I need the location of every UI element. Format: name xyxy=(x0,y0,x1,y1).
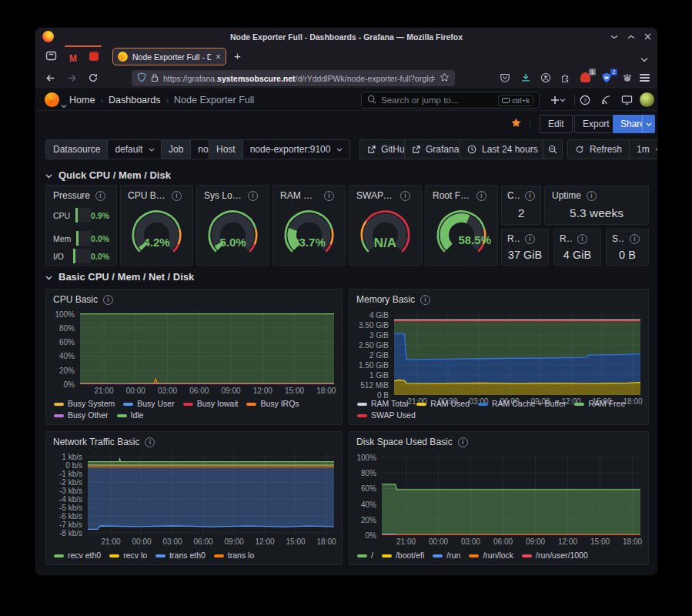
info-icon[interactable] xyxy=(103,295,113,305)
legend-item[interactable]: Busy User xyxy=(123,398,174,410)
legend-item[interactable]: /run xyxy=(433,550,460,561)
breadcrumb-dashboards[interactable]: Dashboards xyxy=(109,95,160,105)
host-select[interactable]: node-exporter:9100 xyxy=(243,139,351,159)
tab-close-icon[interactable]: × xyxy=(216,53,221,61)
chevron-down-icon[interactable] xyxy=(61,98,67,112)
info-icon[interactable] xyxy=(577,234,587,244)
info-icon[interactable] xyxy=(400,191,410,201)
info-icon[interactable] xyxy=(525,234,535,244)
extension-shield-icon[interactable]: 2 xyxy=(601,72,612,86)
pinned-tab-gmail[interactable]: M xyxy=(69,51,77,65)
info-icon[interactable] xyxy=(420,295,430,305)
legend-item[interactable]: SWAP Used xyxy=(357,410,416,421)
reload-icon[interactable] xyxy=(88,72,99,86)
account-icon[interactable] xyxy=(540,72,551,86)
legend-item[interactable]: Idle xyxy=(117,410,144,421)
pocket-icon[interactable] xyxy=(500,72,510,86)
plot-area[interactable] xyxy=(80,311,334,384)
refresh-button[interactable]: Refresh1m xyxy=(567,139,658,159)
panel-title[interactable]: CPU Basic xyxy=(53,294,98,305)
panel-title[interactable]: Memory Basic xyxy=(356,294,415,305)
extensions-icon[interactable] xyxy=(560,72,571,86)
help-icon[interactable]: ? xyxy=(580,95,590,109)
tracking-shield-icon[interactable] xyxy=(137,72,146,85)
grafana-link-button[interactable]: Grafana xyxy=(404,139,466,159)
search-input[interactable]: Search or jump to... ctrl+k xyxy=(361,92,540,109)
datasource-select[interactable]: default xyxy=(108,139,162,159)
news-icon[interactable] xyxy=(601,95,612,109)
url-bar[interactable]: https://grafana.systemsobscure.net/d/rYd… xyxy=(132,70,455,86)
window-close-icon[interactable] xyxy=(644,33,651,40)
legend-item[interactable]: trans eth0 xyxy=(155,550,206,561)
bookmark-star-icon[interactable] xyxy=(440,72,450,85)
extension-red-icon[interactable]: 1 xyxy=(580,72,590,82)
legend-item[interactable]: recv lo xyxy=(109,550,147,561)
legend-item[interactable]: Busy System xyxy=(54,398,115,410)
legend-item[interactable]: RAM Used xyxy=(416,398,470,410)
info-icon[interactable] xyxy=(525,191,535,201)
edit-button[interactable]: Edit xyxy=(540,115,573,133)
pinned-tab-app[interactable] xyxy=(89,52,99,61)
legend-item[interactable]: /run/user/1000 xyxy=(522,550,588,561)
info-icon[interactable] xyxy=(145,437,155,447)
panel-title[interactable]: CPU Busy xyxy=(128,190,166,201)
panel-title[interactable]: Root FS Used xyxy=(433,190,471,201)
plot-area[interactable] xyxy=(382,454,640,535)
user-avatar[interactable] xyxy=(640,92,654,107)
add-icon[interactable] xyxy=(550,95,567,109)
legend-item[interactable]: RAM Cache + Buffer xyxy=(478,398,566,410)
legend-item[interactable]: /boot/efi xyxy=(382,550,424,561)
downloads-icon[interactable] xyxy=(520,72,531,86)
panel-title[interactable]: RootFS Total xyxy=(507,233,520,244)
monitor-icon[interactable] xyxy=(621,95,633,109)
panel-title[interactable]: Uptime xyxy=(552,190,581,201)
window-minimize-icon[interactable] xyxy=(610,34,618,40)
panel-title[interactable]: SWAP Used xyxy=(356,190,395,201)
legend-item[interactable]: RAM Free xyxy=(574,398,625,410)
extension-misc-icon[interactable] xyxy=(622,72,633,86)
panel-title[interactable]: Sys Load xyxy=(204,190,242,201)
grafana-logo[interactable] xyxy=(45,92,59,107)
panel-title[interactable]: RAM Used xyxy=(280,190,319,201)
section-basic-cpu-mem-net-disk[interactable]: Basic CPU / Mem / Net / Disk xyxy=(45,270,194,283)
favorite-star-icon[interactable] xyxy=(510,117,522,132)
legend-item[interactable]: RAM Total xyxy=(357,398,408,410)
plot-area[interactable] xyxy=(88,454,334,535)
firefox-view-button[interactable] xyxy=(45,50,57,65)
panel-title[interactable]: SWAP Total xyxy=(612,233,624,244)
forward-icon[interactable] xyxy=(66,72,78,87)
plot-area[interactable] xyxy=(394,311,640,395)
section-quick-cpu-mem-disk[interactable]: Quick CPU / Mem / Disk xyxy=(45,169,171,181)
info-icon[interactable] xyxy=(95,191,105,201)
panel-title[interactable]: Network Traffic Basic xyxy=(53,437,139,447)
legend-item[interactable]: Busy IRQs xyxy=(246,398,299,410)
active-tab[interactable]: Node Exporter Full - Dashbo × xyxy=(112,48,226,65)
legend-item[interactable]: Busy Iowait xyxy=(183,398,239,410)
legend-item[interactable]: / xyxy=(357,550,373,561)
menu-icon[interactable] xyxy=(640,74,650,82)
window-titlebar[interactable]: Node Exporter Full - Dashboards - Grafan… xyxy=(35,28,657,45)
panel-title[interactable]: CPU Cores xyxy=(507,190,520,201)
legend-item[interactable]: trans lo xyxy=(214,550,254,561)
info-icon[interactable] xyxy=(458,437,468,447)
window-maximize-icon[interactable] xyxy=(627,34,635,40)
back-icon[interactable] xyxy=(45,72,56,87)
list-tabs-chevron-icon[interactable] xyxy=(640,52,648,65)
info-icon[interactable] xyxy=(476,191,486,201)
new-tab-button[interactable]: + xyxy=(234,49,241,64)
panel-title[interactable]: Disk Space Used Basic xyxy=(356,437,453,447)
lock-icon[interactable] xyxy=(151,72,159,85)
legend-item[interactable]: recv eth0 xyxy=(54,550,101,561)
info-icon[interactable] xyxy=(248,191,258,201)
panel-title[interactable]: RAM Total xyxy=(560,233,572,244)
legend-item[interactable]: /run/lock xyxy=(469,550,513,561)
info-icon[interactable] xyxy=(587,191,597,201)
refresh-interval-select[interactable]: 1m xyxy=(637,144,650,155)
share-menu-chevron[interactable] xyxy=(642,115,655,133)
legend-item[interactable]: Busy Other xyxy=(54,410,109,421)
info-icon[interactable] xyxy=(324,191,334,201)
info-icon[interactable] xyxy=(630,234,640,244)
breadcrumb-home[interactable]: Home xyxy=(69,95,95,105)
url-text[interactable]: https://grafana.systemsobscure.net/d/rYd… xyxy=(163,74,435,83)
panel-title[interactable]: Pressure xyxy=(53,190,90,201)
